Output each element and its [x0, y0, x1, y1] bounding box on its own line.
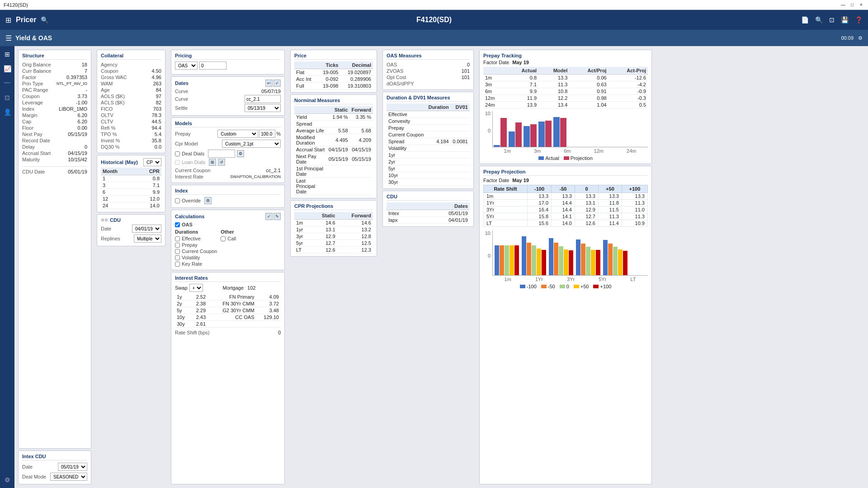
pricing-panel: Pricing OAS [171, 50, 285, 75]
prepay-tracking-title: Prepay Tracking [483, 53, 522, 58]
maximize-button[interactable]: □ [849, 2, 855, 8]
replines-select[interactable]: Multiple [134, 235, 161, 243]
left-sidebar: ⊞ 📈 〰 ⊡ 👤 ⚙ [0, 46, 14, 488]
close-button[interactable]: × [858, 2, 864, 8]
prepay-projection-panel: Prepay Projection Factor Date May 19 Rat… [479, 166, 652, 484]
minimize-button[interactable]: — [840, 2, 846, 8]
duration-dv01-panel: Duration & DV01 Measures Duration DV01 E… [382, 92, 474, 189]
table-row: Spread4.1840.0081 [387, 138, 470, 145]
prepay-model-select[interactable]: Custom [217, 130, 258, 138]
menu-icon[interactable]: ☰ [5, 34, 12, 42]
cdu-date-select[interactable]: 04/01/19 [132, 225, 161, 233]
interest-rates-table: 1y2.52FN Primary4.09 2y2.38FN 30Yr CMM3.… [175, 294, 281, 328]
col-collateral: Collateral Agency Coupon4.50 Gross WAC4.… [95, 48, 167, 486]
search-icon[interactable]: 🔍 [41, 16, 48, 23]
collateral-title: Collateral [101, 53, 161, 60]
table-row: 1m0.813.30.06-12.6 [483, 75, 648, 81]
cdu-panel-small: ⚙⚙ CDU Date 04/01/19 Replines Multiple [97, 214, 165, 246]
current-coupon-checkbox[interactable] [175, 249, 180, 254]
sidebar-people-icon[interactable]: 👤 [2, 107, 13, 117]
settle-date-select[interactable]: 05/13/19 [245, 104, 281, 112]
dates-reset-btn[interactable]: ↩ [265, 80, 273, 87]
sidebar-graph-icon[interactable]: 〰 [2, 78, 13, 89]
oas-checkbox[interactable] [175, 222, 180, 227]
key-rate-checkbox[interactable] [175, 262, 180, 267]
table-row: 1st Principal Date [294, 165, 373, 178]
prepay-checkbox[interactable] [175, 243, 180, 248]
calc-edit-btn[interactable]: ✎ [274, 213, 281, 220]
sidebar-chart-icon[interactable]: 📈 [2, 63, 13, 74]
price-title: Price [294, 53, 373, 60]
calc-check-btn[interactable]: ✓ [265, 213, 273, 220]
col-oas: OAS Measures OAS0 ZVOAS101 Opt Cost101 d… [381, 48, 476, 486]
table-row: 5y2.29G2 30Yr CMM3.48 [175, 307, 281, 314]
sidebar-home-icon[interactable]: ⊞ [2, 49, 13, 60]
volatility-checkbox[interactable] [175, 255, 180, 260]
pricing-value-input[interactable] [199, 61, 226, 70]
historical-type-select[interactable]: CPR [143, 158, 161, 166]
cpr-model-select[interactable]: Custom_2.1pt [222, 140, 281, 148]
override-checkbox[interactable] [175, 198, 180, 203]
pricing-method-select[interactable]: OAS [175, 61, 198, 70]
dates-check-btn[interactable]: ✓ [274, 80, 281, 87]
cdu-small-title: CDU [110, 217, 121, 223]
search2-icon[interactable]: 🔍 [815, 16, 823, 23]
grid-icon[interactable]: ⊞ [5, 16, 11, 24]
table-row: 1y2.52FN Primary4.09 [175, 294, 281, 300]
loan-dials-checkbox[interactable] [175, 160, 180, 165]
table-row: Modified Duration4.4954.209 [294, 134, 373, 146]
loan-dials-btn1[interactable]: ⊞ [209, 159, 216, 166]
dates-panel: Dates ↩ ✓ Curve05/07/19 Curve Settle 05/… [171, 76, 285, 116]
structure-fields: Orig Balance18 Curr Balance7 Factor0.397… [22, 61, 87, 163]
loan-dials-btn2[interactable]: ↺ [218, 159, 225, 166]
deal-dials-input[interactable] [208, 150, 235, 158]
top-nav: ⊞ Pricer 🔍 F4120(SD) 📄 🔍 ⊡ 💾 ❓ [0, 10, 868, 30]
duration-dv01-title: Duration & DV01 Measures [387, 95, 470, 102]
layout-icon[interactable]: ⊡ [829, 16, 835, 23]
effective-checkbox[interactable] [175, 236, 180, 241]
call-checkbox[interactable] [221, 236, 226, 241]
swap-select[interactable]: + [189, 284, 203, 292]
other-label: Other [221, 229, 236, 235]
table-row: Effective [387, 111, 470, 118]
settings-icon[interactable]: ⚙ [858, 35, 863, 41]
intex-cdu-title: Intex CDU [22, 454, 87, 460]
prepay-tracking-legend: Actual Projection [483, 155, 648, 161]
table-row: LT12.612.3 [294, 247, 373, 253]
main-layout: ⊞ 📈 〰 ⊡ 👤 ⚙ Structure Orig Balance18 Cur… [0, 46, 868, 488]
dates-title: Dates [175, 80, 189, 86]
override-btn[interactable]: ⚙ [204, 197, 212, 204]
models-title: Models [175, 121, 281, 127]
intex-date-select[interactable]: 05/01/19 [58, 463, 87, 471]
table-row: 1m14.614.6 [294, 220, 373, 226]
table-row: Accrual Start04/15/1904/15/19 [294, 146, 373, 153]
save-icon[interactable]: 💾 [841, 16, 849, 23]
table-row: 2414.0 [101, 202, 161, 209]
structure-title: Structure [22, 53, 87, 60]
normal-measures-title: Norminal Measures [294, 98, 373, 104]
doc-icon[interactable]: 📄 [801, 16, 809, 23]
deal-dials-settings-btn[interactable]: ⚙ [237, 150, 244, 157]
sidebar-settings-icon[interactable]: ⚙ [2, 474, 13, 485]
historical-title: Historical (May) [101, 160, 138, 165]
normal-measures-table: Static Forward Yield1.94 %3.35 % Spread … [294, 106, 373, 195]
prepay-projection-chart: 10 0 [483, 230, 648, 289]
cdu-dates-table: Dates Intex05/01/19 Iapx04/01/19 [387, 202, 470, 224]
normal-measures-panel: Norminal Measures Static Forward Yield1.… [290, 94, 377, 198]
prepay-value-input[interactable] [259, 130, 275, 138]
table-row: 10y2.43CC OAS129.10 [175, 314, 281, 321]
prepay-tracking-chart: 10 0 [483, 111, 648, 161]
title-bar-title: F4120(SD) [4, 2, 28, 8]
sidebar-grid-icon[interactable]: ⊡ [2, 92, 13, 103]
deal-mode-select[interactable]: SEASONED [50, 473, 87, 481]
title-bar: F4120(SD) — □ × [0, 0, 868, 10]
deal-dials-checkbox[interactable] [175, 151, 180, 156]
historical-table: Month CPR 10.8 37.1 69.9 1212.0 2414.0 [101, 168, 161, 209]
historical-panel: Historical (May) CPR Month CPR 10.8 37.1… [97, 155, 165, 212]
help-icon[interactable]: ❓ [855, 16, 863, 23]
table-row: Full19-09819.310803 [294, 83, 373, 89]
bar-actual-6m [524, 126, 530, 147]
interest-rates-panel: Interest Rates Swap + Mortgage 102 1y2.5… [171, 272, 285, 484]
content-area: Structure Orig Balance18 Curr Balance7 F… [14, 46, 868, 488]
curve-input[interactable] [245, 95, 281, 103]
